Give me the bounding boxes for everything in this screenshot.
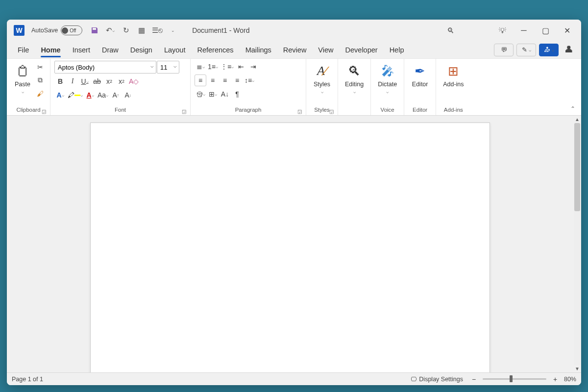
highlight-button[interactable]: 🖍︎⌵ — [67, 89, 84, 101]
qat-customize-button[interactable]: ⌄ — [166, 24, 180, 37]
zoom-in-button[interactable]: + — [549, 373, 561, 385]
autosave-toggle[interactable]: Off — [61, 25, 82, 35]
format-painter-button[interactable]: 🖌︎ — [34, 88, 46, 99]
document-page[interactable] — [90, 122, 490, 372]
increase-indent-button[interactable]: ⇥ — [247, 61, 259, 73]
page-count-label[interactable]: Page 1 of 1 — [12, 376, 43, 383]
align-right-button[interactable]: ≡ — [219, 74, 231, 86]
display-settings-button[interactable]: 🖵Display Settings — [411, 376, 463, 383]
tab-insert[interactable]: Insert — [67, 43, 96, 57]
chevron-down-icon: ⌵ — [321, 89, 323, 94]
chevron-down-icon: ⌵ — [215, 92, 217, 97]
bullets-button[interactable]: ≣⌵ — [195, 61, 206, 73]
tab-mailings[interactable]: Mailings — [240, 43, 277, 57]
font-name-select[interactable] — [54, 61, 156, 74]
font-color-button[interactable]: A⌵ — [84, 89, 96, 101]
styles-launcher[interactable]: ◲ — [329, 109, 334, 114]
text-effects-button[interactable]: A⌵ — [54, 89, 66, 101]
mode-toggle-button[interactable]: ▦ — [134, 24, 149, 37]
sort-icon: A↓ — [221, 90, 229, 98]
editing-label: Editing — [345, 81, 364, 88]
account-button[interactable]: 👤︎ — [564, 45, 573, 55]
dictate-button[interactable]: 🎤︎ Dictate ⌵ — [375, 61, 400, 96]
editor-label: Editor — [412, 81, 428, 88]
zoom-slider[interactable] — [483, 378, 546, 380]
change-case-button[interactable]: Aa⌵ — [97, 89, 109, 101]
vertical-scrollbar[interactable]: ▲ ▼ — [573, 116, 581, 372]
shading-button[interactable]: 🪣︎⌵ — [195, 88, 206, 100]
scrollbar-track[interactable] — [574, 123, 581, 365]
numbering-button[interactable]: 1≡⌵ — [207, 61, 219, 73]
undo-button[interactable]: ↶⌵ — [103, 24, 118, 37]
font-size-select[interactable] — [157, 61, 179, 74]
chevron-down-icon: ⌵ — [231, 64, 234, 69]
multilevel-button[interactable]: ⋮≡⌵ — [220, 61, 235, 73]
editing-button[interactable]: 🔍︎ Editing ⌵ — [342, 61, 367, 96]
styles-button[interactable]: A⁄ Styles ⌵ — [310, 61, 334, 96]
redo-button[interactable]: ↻ — [119, 24, 133, 37]
line-spacing-button[interactable]: ↕≡⌵ — [244, 74, 255, 86]
chevron-down-icon: ⌵ — [112, 28, 115, 33]
close-button[interactable]: ✕ — [557, 23, 577, 38]
addins-group-label: Add-ins — [444, 107, 463, 113]
share-button[interactable]: 📤︎⌵ — [539, 44, 559, 56]
tab-file[interactable]: File — [12, 43, 35, 57]
strikethrough-button[interactable]: ab — [91, 75, 103, 87]
font-launcher[interactable]: ◲ — [182, 109, 186, 114]
touch-mode-button[interactable]: ☰⎋ — [150, 24, 165, 37]
subscript-button[interactable]: x2 — [103, 75, 115, 87]
tab-draw[interactable]: Draw — [96, 43, 124, 57]
tab-help[interactable]: Help — [384, 43, 410, 57]
zoom-slider-thumb[interactable] — [510, 375, 513, 382]
underline-button[interactable]: U⌵ — [79, 75, 91, 87]
scroll-down-button[interactable]: ▼ — [575, 365, 580, 372]
bold-button[interactable]: B — [54, 75, 66, 87]
tab-home[interactable]: Home — [35, 43, 66, 57]
clear-formatting-button[interactable]: A◇ — [128, 75, 140, 87]
tab-developer[interactable]: Developer — [340, 43, 384, 57]
paragraph-launcher[interactable]: ◲ — [297, 109, 302, 114]
autosave-control[interactable]: AutoSave Off — [31, 25, 82, 35]
borders-button[interactable]: ⊞⌵ — [207, 88, 219, 100]
maximize-button[interactable]: ▢ — [535, 23, 556, 38]
decrease-indent-button[interactable]: ⇤ — [235, 61, 247, 73]
editing-group-label — [342, 105, 367, 114]
zoom-level-label[interactable]: 80% — [564, 376, 576, 383]
chevron-down-icon: ⌄ — [171, 28, 175, 33]
show-marks-button[interactable]: ¶ — [231, 88, 243, 100]
word-window: W AutoSave Off ↶⌵ ↻ ▦ ☰⎋ ⌄ Document1 - W… — [7, 20, 581, 385]
save-button[interactable] — [87, 24, 102, 37]
addins-button[interactable]: ⊞ Add-ins — [440, 61, 466, 90]
superscript-button[interactable]: x2 — [116, 75, 127, 87]
tab-view[interactable]: View — [312, 43, 339, 57]
collapse-ribbon-button[interactable]: ⌃ — [570, 105, 575, 112]
tab-references[interactable]: References — [191, 43, 239, 57]
addins-icon: ⊞ — [445, 63, 462, 79]
document-viewport[interactable] — [7, 116, 573, 372]
editing-mode-button[interactable]: ✎⌵ — [516, 44, 536, 56]
tab-layout[interactable]: Layout — [158, 43, 192, 57]
align-center-button[interactable]: ≡ — [207, 74, 219, 86]
align-left-button[interactable]: ≡ — [195, 74, 206, 86]
tips-button[interactable]: 💡︎ — [492, 23, 513, 38]
italic-button[interactable]: I — [67, 75, 78, 87]
tab-review[interactable]: Review — [277, 43, 313, 57]
tab-design[interactable]: Design — [124, 43, 158, 57]
shrink-font-button[interactable]: A↓ — [122, 89, 134, 101]
editor-button[interactable]: ✒︎ Editor — [408, 61, 432, 90]
sort-button[interactable]: A↓ — [219, 88, 231, 100]
clipboard-launcher[interactable]: ◲ — [42, 109, 46, 114]
grow-font-button[interactable]: A↑ — [110, 89, 122, 101]
paste-button[interactable]: 📋︎ Paste ⌵ — [11, 61, 34, 96]
cut-button[interactable]: ✂︎ — [34, 61, 46, 73]
scrollbar-thumb[interactable] — [574, 123, 580, 211]
comments-button[interactable]: 💬︎ — [494, 44, 514, 56]
zoom-out-button[interactable]: − — [468, 373, 480, 385]
justify-button[interactable]: ≡ — [231, 74, 243, 86]
scroll-up-button[interactable]: ▲ — [575, 116, 580, 123]
editor-icon: ✒︎ — [412, 63, 428, 79]
addins-label: Add-ins — [443, 81, 464, 88]
search-button[interactable]: 🔍︎ — [440, 23, 461, 38]
copy-button[interactable]: ⧉ — [34, 74, 46, 86]
minimize-button[interactable]: ─ — [514, 23, 534, 38]
